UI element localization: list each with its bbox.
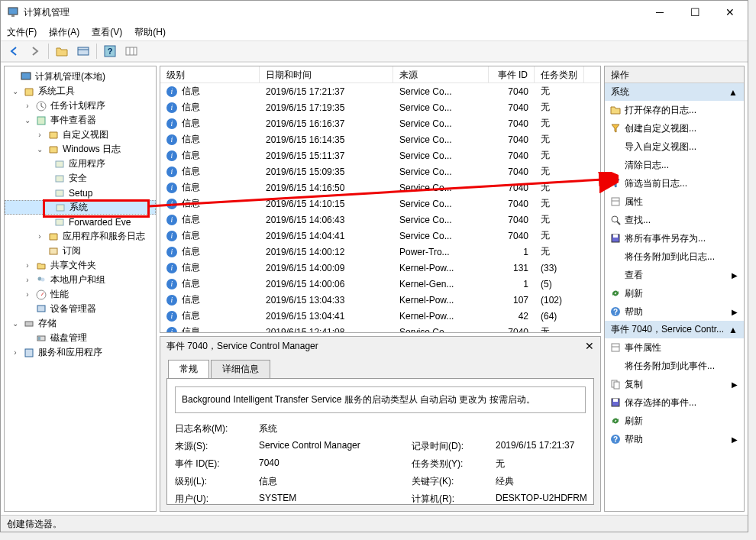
svg-text:?: ?: [613, 435, 618, 444]
menu-file[interactable]: 文件(F): [7, 26, 37, 39]
tree-windows-logs[interactable]: ⌄Windows 日志: [5, 142, 156, 157]
svg-rect-13: [56, 176, 63, 182]
tree-system-tools[interactable]: ⌄系统工具: [5, 84, 156, 99]
event-row[interactable]: i信息2019/6/15 14:10:15Service Co...7040无: [160, 196, 600, 212]
tree-storage[interactable]: ⌄存储: [5, 316, 156, 331]
menu-help[interactable]: 帮助(H): [134, 26, 166, 39]
folder-button[interactable]: [53, 43, 70, 60]
help-button[interactable]: ?: [102, 43, 118, 60]
event-row[interactable]: i信息2019/6/15 14:16:50Service Co...7040无: [160, 179, 600, 196]
info-icon: i: [166, 86, 177, 97]
tree-shared-folders[interactable]: ›共享文件夹: [5, 258, 156, 273]
info-icon: i: [166, 231, 177, 241]
action-item[interactable]: 将任务附加到此日志...: [605, 247, 744, 266]
tree-setup[interactable]: Setup: [5, 186, 156, 200]
action-item[interactable]: 将任务附加到此事件...: [605, 357, 744, 375]
menu-action[interactable]: 操作(A): [49, 26, 79, 39]
tab-details[interactable]: 详细信息: [211, 360, 270, 378]
tab-general[interactable]: 常规: [168, 360, 209, 378]
svg-line-29: [617, 221, 620, 225]
event-row[interactable]: i信息2019/6/15 15:09:35Service Co...7040无: [160, 163, 600, 179]
submenu-arrow-icon: ▶: [732, 435, 738, 444]
action-item[interactable]: 属性: [605, 192, 744, 211]
svg-rect-1: [11, 15, 15, 17]
tree-disk-management[interactable]: 磁盘管理: [5, 331, 156, 345]
tree-performance[interactable]: ›性能: [5, 287, 156, 302]
action-item[interactable]: 复制▶: [605, 375, 744, 393]
action-item[interactable]: 创建自定义视图...: [605, 119, 744, 137]
event-row[interactable]: i信息2019/6/15 13:04:41Kernel-Pow...42(64): [160, 308, 600, 324]
svg-rect-15: [57, 205, 64, 211]
tree-local-users[interactable]: ›本地用户和组: [5, 273, 156, 287]
tree-root[interactable]: 计算机管理(本地): [5, 70, 156, 84]
event-row[interactable]: i信息2019/6/15 15:11:37Service Co...7040无: [160, 147, 600, 163]
event-description: Background Intelligent Transfer Service …: [175, 386, 586, 413]
event-row[interactable]: i信息2019/6/15 13:04:33Kernel-Pow...107(10…: [160, 292, 600, 308]
svg-rect-26: [612, 198, 619, 205]
tree-security[interactable]: 安全: [5, 171, 156, 186]
actions-group-header[interactable]: 系统▲: [605, 83, 744, 101]
actions-group-header[interactable]: 事件 7040，Service Contr...▲: [605, 321, 744, 338]
event-row[interactable]: i信息2019/6/15 14:06:43Service Co...7040无: [160, 212, 600, 228]
action-item[interactable]: ?帮助▶: [605, 302, 744, 321]
event-row[interactable]: i信息2019/6/15 16:16:37Service Co...7040无: [160, 115, 600, 131]
blank-icon: [609, 251, 622, 263]
svg-rect-0: [8, 8, 18, 15]
tree-event-viewer[interactable]: ⌄事件查看器: [5, 113, 156, 128]
titlebar: 计算机管理 ─ ☐ ✕: [1, 1, 748, 24]
event-detail-panel: 事件 7040，Service Control Manager ✕ 常规 详细信…: [160, 336, 601, 512]
header-source[interactable]: 来源: [393, 66, 489, 82]
svg-text:?: ?: [108, 47, 113, 56]
event-row[interactable]: i信息2019/6/15 14:00:06Kernel-Gen...1(5): [160, 276, 600, 292]
event-row[interactable]: i信息2019/6/15 16:14:35Service Co...7040无: [160, 131, 600, 147]
event-row[interactable]: i信息2019/6/15 17:21:37Service Co...7040无: [160, 83, 600, 99]
columns-button[interactable]: [123, 43, 140, 60]
info-icon: i: [166, 167, 177, 177]
action-item[interactable]: 导入自定义视图...: [605, 137, 744, 156]
action-item[interactable]: 查看▶: [605, 266, 744, 284]
header-id[interactable]: 事件 ID: [489, 66, 535, 82]
tree-panel[interactable]: 计算机管理(本地) ⌄系统工具 ›任务计划程序 ⌄事件查看器 ›自定义视图 ⌄W…: [4, 66, 157, 512]
label-logged: 记录时间(D):: [412, 440, 496, 453]
list-body[interactable]: i信息2019/6/15 17:21:37Service Co...7040无i…: [160, 83, 600, 332]
action-item[interactable]: 筛选当前日志...: [605, 174, 744, 192]
minimize-button[interactable]: ─: [642, 1, 677, 24]
event-row[interactable]: i信息2019/6/15 12:41:08Service Co...7040无: [160, 324, 600, 332]
info-icon: i: [166, 295, 177, 306]
back-button[interactable]: [5, 43, 22, 60]
event-row[interactable]: i信息2019/6/15 14:00:12Power-Tro...1无: [160, 244, 600, 260]
event-row[interactable]: i信息2019/6/15 14:04:41Service Co...7040无: [160, 228, 600, 244]
action-item[interactable]: 将所有事件另存为...: [605, 229, 744, 247]
action-item[interactable]: 保存选择的事件...: [605, 393, 744, 412]
forward-button[interactable]: [27, 43, 44, 60]
tree-custom-views[interactable]: ›自定义视图: [5, 128, 156, 142]
tree-device-manager[interactable]: 设备管理器: [5, 302, 156, 316]
detail-close-button[interactable]: ✕: [585, 340, 594, 352]
tree-app-service-logs[interactable]: ›应用程序和服务日志: [5, 229, 156, 244]
tree-task-scheduler[interactable]: ›任务计划程序: [5, 99, 156, 113]
header-level[interactable]: 级别: [160, 66, 260, 82]
tree-subscriptions[interactable]: 订阅: [5, 244, 156, 258]
show-hide-button[interactable]: [75, 43, 92, 60]
tree-system-log[interactable]: 系统: [5, 200, 156, 215]
menu-view[interactable]: 查看(V): [92, 26, 122, 39]
tree-services-apps[interactable]: ›服务和应用程序: [5, 345, 156, 360]
tree-application[interactable]: 应用程序: [5, 157, 156, 171]
action-item[interactable]: 打开保存的日志...: [605, 101, 744, 119]
action-item[interactable]: 事件属性: [605, 338, 744, 357]
action-item[interactable]: ?帮助▶: [605, 430, 744, 448]
info-icon: i: [166, 118, 177, 129]
event-row[interactable]: i信息2019/6/15 17:19:35Service Co...7040无: [160, 99, 600, 115]
header-category[interactable]: 任务类别: [535, 66, 584, 82]
close-button[interactable]: ✕: [712, 1, 748, 24]
header-date[interactable]: 日期和时间: [260, 66, 393, 82]
menubar: 文件(F) 操作(A) 查看(V) 帮助(H): [1, 24, 748, 40]
action-item[interactable]: 刷新: [605, 412, 744, 430]
action-item[interactable]: 清除日志...: [605, 156, 744, 174]
tree-forwarded[interactable]: Forwarded Eve: [5, 215, 156, 229]
find-icon: [609, 214, 622, 226]
action-item[interactable]: 查找...: [605, 211, 744, 229]
action-item[interactable]: 刷新: [605, 284, 744, 302]
maximize-button[interactable]: ☐: [677, 1, 712, 24]
event-row[interactable]: i信息2019/6/15 14:00:09Kernel-Pow...131(33…: [160, 260, 600, 276]
